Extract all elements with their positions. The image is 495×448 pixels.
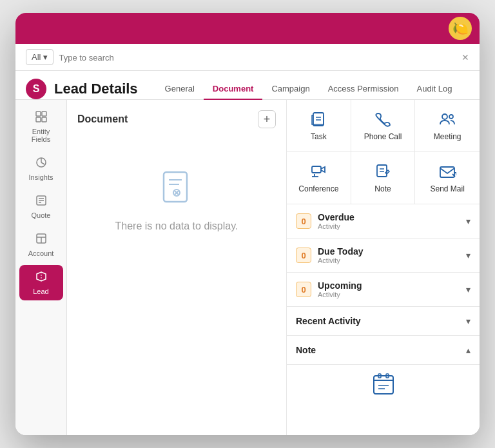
tab-audit-log[interactable]: Audit Log (408, 79, 461, 100)
quote-icon (35, 194, 48, 210)
note-chevron: ▴ (466, 345, 471, 355)
phone-icon (374, 110, 392, 128)
svg-rect-32 (374, 376, 393, 394)
meeting-icon (438, 110, 456, 128)
conference-button[interactable]: Conference (287, 152, 351, 204)
tab-campaign[interactable]: Campaign (262, 79, 318, 100)
overdue-title: Overdue (318, 212, 354, 222)
note-btn-label: Note (374, 184, 391, 193)
recent-activity-section[interactable]: Recent Activity ▾ (287, 307, 480, 336)
sidebar-item-account[interactable]: Account (19, 227, 63, 262)
search-input[interactable] (59, 53, 456, 63)
svg-rect-0 (36, 112, 41, 116)
task-button[interactable]: Task (287, 100, 351, 152)
note-section[interactable]: Note ▴ (287, 336, 480, 365)
sidebar-item-insights[interactable]: Insights (19, 151, 63, 186)
overdue-sub: Activity (318, 222, 354, 230)
recent-activity-chevron: ▾ (466, 316, 471, 326)
search-all-dropdown[interactable]: All ▾ (26, 49, 53, 65)
sidebar-item-label: Insights (29, 173, 53, 181)
tab-general[interactable]: General (156, 79, 204, 100)
upcoming-section-header[interactable]: 0 Upcoming Activity ▾ (287, 273, 480, 306)
document-empty-state: There is no data to display. (77, 141, 276, 258)
account-icon (35, 232, 48, 248)
svg-rect-25 (312, 166, 321, 173)
search-close-icon[interactable]: ✕ (461, 52, 469, 63)
sidebar-item-label: Account (28, 249, 54, 257)
note-calendar-icon (371, 371, 396, 397)
top-bar: 🍋 (15, 13, 480, 44)
overdue-info: Overdue Activity (318, 212, 354, 230)
phone-call-label: Phone Call (364, 132, 402, 141)
sidebar-item-label: Lead (33, 287, 48, 295)
note-icon-area (287, 365, 480, 404)
lemon-icon: 🍋 (449, 17, 472, 40)
empty-state-label: There is no data to display. (115, 220, 238, 232)
note-title: Note (296, 345, 316, 355)
search-all-label: All (32, 52, 41, 62)
tab-access-permission[interactable]: Access Permission (319, 79, 408, 100)
due-today-section-left: 0 Due Today Activity (296, 246, 364, 264)
note-button[interactable]: Note (351, 152, 416, 204)
insights-icon (35, 156, 48, 172)
overdue-section: 0 Overdue Activity ▾ (287, 204, 480, 239)
due-today-badge: 0 (296, 248, 311, 263)
note-icon (374, 162, 392, 180)
phone-call-button[interactable]: Phone Call (351, 100, 416, 152)
task-icon (309, 110, 327, 128)
svg-line-6 (41, 162, 44, 164)
send-mail-icon (438, 162, 456, 180)
document-empty-icon (156, 167, 197, 215)
search-input-wrap (59, 52, 456, 63)
sidebar-item-lead[interactable]: Lead (19, 265, 63, 300)
sidebar-item-label: Quote (32, 211, 51, 219)
lead-icon (35, 270, 48, 286)
svg-rect-1 (42, 112, 46, 116)
app-window: 🍋 All ▾ ✕ S Lead Details General Documen… (15, 13, 480, 435)
upcoming-section-left: 0 Upcoming Activity (296, 280, 362, 298)
right-panel: Task Phone Call (286, 100, 480, 435)
main-layout: Entity Fields Insights (15, 100, 480, 435)
meeting-button[interactable]: Meeting (415, 100, 480, 152)
svg-rect-3 (42, 117, 46, 122)
sidebar-item-entity-fields[interactable]: Entity Fields (19, 105, 63, 148)
svg-rect-20 (313, 113, 324, 126)
overdue-badge: 0 (296, 213, 311, 229)
note-content: Note (296, 345, 316, 355)
page-header: S Lead Details General Document Campaign… (15, 71, 480, 100)
svg-rect-2 (36, 117, 41, 122)
due-today-info: Due Today Activity (318, 246, 364, 264)
app-logo: S (26, 79, 46, 99)
upcoming-title: Upcoming (318, 280, 362, 291)
svg-rect-14 (164, 172, 187, 202)
upcoming-section: 0 Upcoming Activity ▾ (287, 273, 480, 307)
sidebar-item-quote[interactable]: Quote (19, 189, 63, 224)
activity-buttons-grid: Task Phone Call (287, 100, 480, 204)
due-today-title: Due Today (318, 246, 364, 257)
svg-point-24 (449, 115, 453, 119)
overdue-chevron: ▾ (466, 216, 471, 226)
page-title: Lead Details (54, 81, 138, 97)
tab-document[interactable]: Document (204, 79, 263, 100)
user-avatar-area[interactable]: 🍋 (449, 17, 472, 40)
recent-activity-title: Recent Activity (296, 316, 361, 326)
task-label: Task (311, 132, 327, 141)
document-content: Document + There is no data to display. (67, 100, 286, 435)
add-document-button[interactable]: + (258, 110, 276, 128)
upcoming-info: Upcoming Activity (318, 280, 362, 298)
due-today-chevron: ▾ (466, 250, 471, 260)
sidebar: Entity Fields Insights (15, 100, 67, 435)
meeting-label: Meeting (434, 132, 461, 141)
conference-icon (309, 162, 327, 180)
search-bar: All ▾ ✕ (15, 44, 480, 71)
entity-fields-icon (35, 110, 48, 126)
document-header: Document + (77, 110, 276, 128)
svg-rect-31 (440, 167, 454, 177)
due-today-sub: Activity (318, 257, 364, 264)
sidebar-item-label: Entity Fields (23, 128, 59, 143)
send-mail-label: Send Mail (430, 184, 464, 193)
due-today-section-header[interactable]: 0 Due Today Activity ▾ (287, 239, 480, 272)
upcoming-chevron: ▾ (466, 284, 471, 295)
send-mail-button[interactable]: Send Mail (415, 152, 480, 204)
overdue-section-header[interactable]: 0 Overdue Activity ▾ (287, 204, 480, 238)
